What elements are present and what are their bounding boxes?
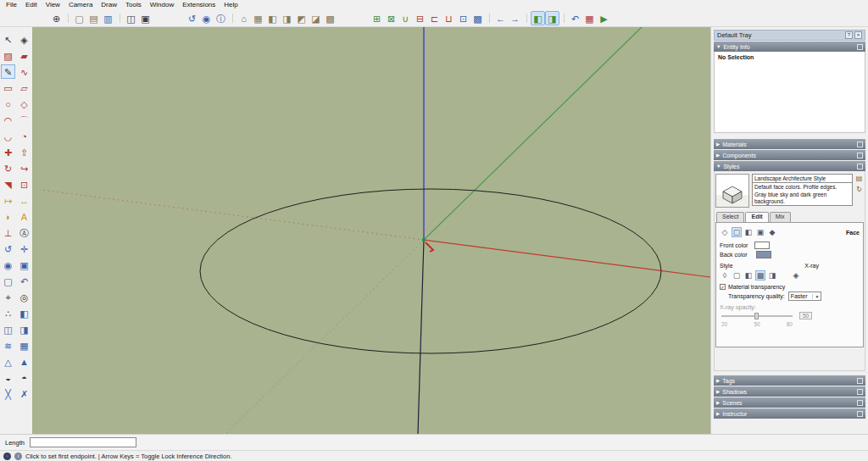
pin-icon[interactable] bbox=[857, 153, 863, 158]
tray-close-button[interactable]: × bbox=[854, 31, 862, 39]
section-header-styles[interactable]: ▼ Styles bbox=[714, 161, 865, 171]
view-front-icon[interactable]: ◧ bbox=[265, 11, 280, 25]
circle-tool[interactable]: ○ bbox=[1, 97, 15, 111]
new-icon[interactable]: ▢ bbox=[72, 11, 86, 25]
polygon-tool[interactable]: ◇ bbox=[17, 97, 31, 111]
dimension-tool[interactable]: ↔ bbox=[17, 193, 31, 208]
create-new-style-button[interactable]: ▤ bbox=[854, 174, 864, 183]
background-settings-icon[interactable]: ◧ bbox=[743, 227, 754, 237]
select-tool[interactable]: ↖ bbox=[1, 32, 15, 47]
paint-bucket-tool[interactable]: ▨ bbox=[1, 48, 15, 63]
line-tool[interactable]: ✎ bbox=[1, 64, 15, 79]
trim-icon[interactable]: ⊏ bbox=[427, 11, 442, 25]
sandbox-from-scratch-tool[interactable]: ▦ bbox=[17, 338, 31, 353]
orbit-tool[interactable]: ↺ bbox=[1, 242, 15, 256]
menu-item[interactable]: Edit bbox=[21, 0, 42, 9]
copy-icon[interactable]: ◫ bbox=[124, 11, 138, 25]
section-header-tags[interactable]: ▶ Tags bbox=[714, 375, 865, 386]
style-name-field[interactable]: Landscape Architecture Style bbox=[752, 174, 853, 183]
monochrome-style-icon[interactable]: ◨ bbox=[767, 270, 777, 280]
union-icon[interactable]: ∪ bbox=[398, 11, 413, 25]
edge-settings-icon[interactable]: ◇ bbox=[720, 227, 730, 237]
tape-measure-tool[interactable]: ↦ bbox=[1, 193, 15, 208]
scale-tool[interactable]: ◥ bbox=[1, 177, 15, 192]
arc-tool[interactable]: ◠ bbox=[1, 113, 15, 127]
text-tool[interactable]: A bbox=[17, 209, 31, 224]
three-point-arc-tool[interactable]: ◡ bbox=[1, 129, 15, 143]
geolocation-icon[interactable]: ◦ bbox=[3, 453, 11, 460]
xray-opacity-slider[interactable] bbox=[721, 313, 793, 319]
wireframe-style-icon[interactable]: ◊ bbox=[720, 270, 730, 280]
previous-view-tool[interactable]: ↶ bbox=[17, 274, 31, 288]
zoom-window-tool[interactable]: ▣ bbox=[17, 258, 31, 272]
update-style-button[interactable]: ↻ bbox=[854, 185, 864, 194]
section-cut-toggle[interactable]: ◨ bbox=[17, 322, 31, 336]
menu-item[interactable]: View bbox=[42, 0, 64, 9]
menu-item[interactable]: File bbox=[2, 0, 21, 9]
position-camera-tool[interactable]: ⌖ bbox=[1, 290, 15, 304]
shaded-with-textures-style-icon[interactable]: ▩ bbox=[755, 270, 765, 280]
move-tool[interactable]: ✚ bbox=[1, 145, 15, 159]
axes-tool[interactable]: ⊥ bbox=[1, 225, 15, 240]
perspective-toggle-icon[interactable]: ◧ bbox=[531, 11, 545, 25]
pin-icon[interactable] bbox=[857, 44, 863, 50]
tray-help-button[interactable]: ? bbox=[845, 31, 853, 39]
view-top-icon[interactable]: ▦ bbox=[251, 11, 265, 25]
section-header-components[interactable]: ▶ Components bbox=[714, 150, 865, 160]
menu-item[interactable]: Help bbox=[220, 0, 242, 9]
offset-tool[interactable]: ⊡ bbox=[17, 177, 31, 192]
zoom-icon[interactable]: ◉ bbox=[199, 11, 214, 25]
view-right-icon[interactable]: ◨ bbox=[280, 11, 294, 25]
generate-report-icon[interactable]: ▦ bbox=[582, 11, 597, 25]
pin-icon[interactable] bbox=[857, 164, 863, 169]
shaded-style-icon[interactable]: ◧ bbox=[743, 270, 754, 280]
rotate-tool[interactable]: ↻ bbox=[1, 161, 15, 175]
walk-tool[interactable]: ∴ bbox=[1, 306, 15, 320]
section-display-toggle[interactable]: ◫ bbox=[1, 322, 15, 336]
hidden-line-style-icon[interactable]: ▢ bbox=[732, 270, 742, 280]
menu-item[interactable]: Window bbox=[146, 0, 178, 9]
section-header-entity-info[interactable]: ▼ Entity Info bbox=[714, 42, 865, 52]
freehand-tool[interactable]: ∿ bbox=[17, 64, 31, 79]
section-header-materials[interactable]: ▶ Materials bbox=[714, 139, 865, 149]
eraser-tool[interactable]: ▰ bbox=[17, 48, 31, 63]
smoove-tool[interactable]: △ bbox=[1, 354, 15, 369]
material-transparency-checkbox[interactable]: ✓ bbox=[720, 284, 726, 290]
zoom-tool[interactable]: ◉ bbox=[1, 258, 15, 272]
rotated-rectangle-tool[interactable]: ▱ bbox=[17, 81, 31, 95]
style-thumbnail[interactable] bbox=[715, 174, 749, 208]
next-view-icon[interactable]: → bbox=[508, 11, 522, 25]
run-extension-icon[interactable]: ▶ bbox=[597, 11, 611, 25]
xray-opacity-value[interactable]: 50 bbox=[799, 312, 812, 319]
follow-me-tool[interactable]: ↪ bbox=[17, 161, 31, 175]
tray-title-bar[interactable]: Default Tray ? × bbox=[714, 30, 865, 41]
pin-icon[interactable] bbox=[857, 411, 863, 417]
3d-text-tool[interactable]: Ⓐ bbox=[17, 225, 31, 240]
modeling-settings-icon[interactable]: ◆ bbox=[767, 227, 777, 237]
two-point-arc-tool[interactable]: ⌒ bbox=[17, 113, 31, 127]
pin-icon[interactable] bbox=[857, 378, 863, 384]
watermark-settings-icon[interactable]: ▣ bbox=[755, 227, 765, 237]
slider-thumb[interactable] bbox=[754, 313, 759, 319]
open-icon[interactable]: ▤ bbox=[86, 11, 101, 25]
section-plane-tool[interactable]: ◧ bbox=[17, 306, 31, 320]
paste-icon[interactable]: ▣ bbox=[138, 11, 153, 25]
section-fill-icon[interactable]: ▩ bbox=[470, 11, 485, 25]
face-settings-icon[interactable]: ▢ bbox=[732, 227, 742, 237]
transparency-quality-dropdown[interactable]: Faster ▼ bbox=[788, 292, 822, 301]
measurement-input[interactable] bbox=[30, 437, 136, 447]
orbit-icon[interactable]: ↺ bbox=[185, 11, 199, 25]
section-header-scenes[interactable]: ▶ Scenes bbox=[714, 397, 865, 408]
subtract-icon[interactable]: ⊟ bbox=[413, 11, 427, 25]
protractor-tool[interactable]: ◗ bbox=[1, 209, 15, 224]
soften-edges-tool[interactable]: ✗ bbox=[17, 386, 31, 401]
split-icon[interactable]: ⊔ bbox=[442, 11, 456, 25]
save-icon[interactable]: ▥ bbox=[101, 11, 115, 25]
outer-shell-icon[interactable]: ⊞ bbox=[370, 11, 384, 25]
tab-select[interactable]: Select bbox=[716, 212, 744, 222]
back-color-swatch[interactable] bbox=[756, 251, 771, 258]
model-info-icon[interactable]: ⓘ bbox=[214, 11, 228, 25]
front-color-swatch[interactable] bbox=[754, 242, 770, 249]
pin-icon[interactable] bbox=[857, 400, 863, 406]
pan-tool[interactable]: ✛ bbox=[17, 242, 31, 256]
